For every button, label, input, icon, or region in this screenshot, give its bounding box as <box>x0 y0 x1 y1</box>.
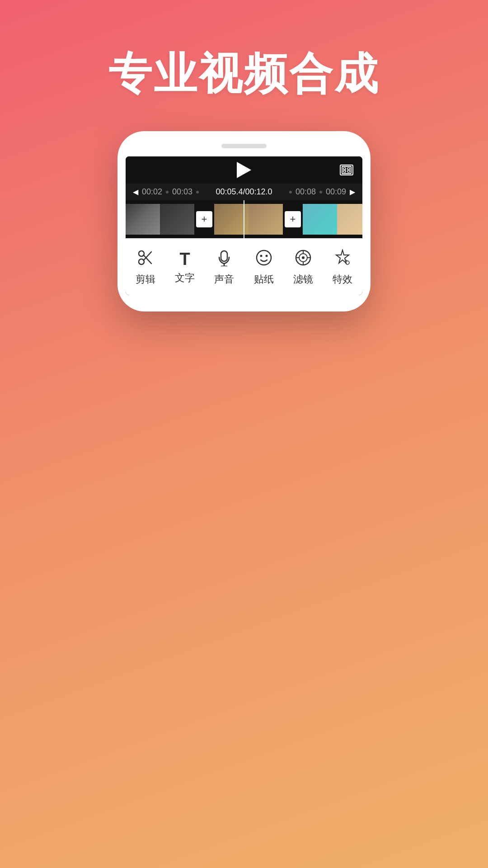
timeline-marker-3: 00:08 <box>296 187 316 197</box>
filter-icon <box>295 249 312 269</box>
svg-rect-14 <box>347 168 350 170</box>
timeline-prev-icon: ◀ <box>133 188 138 196</box>
clip-thumb-2[interactable] <box>160 204 194 235</box>
timeline-bar: ◀ 00:02 00:03 00:05.4/00:12.0 00:08 00:0… <box>126 184 362 200</box>
text-label: 文字 <box>175 271 195 285</box>
clip-thumb-3[interactable] <box>214 204 249 235</box>
tool-filter[interactable]: 滤镜 <box>284 249 322 286</box>
cut-label: 剪辑 <box>136 273 155 286</box>
tool-text[interactable]: T 文字 <box>166 250 204 285</box>
tool-sticker[interactable]: 贴纸 <box>245 249 283 286</box>
phone-speaker <box>221 144 267 148</box>
timeline-dot-2 <box>196 191 199 193</box>
svg-rect-13 <box>343 168 346 170</box>
phone-screen: ◀ 00:02 00:03 00:05.4/00:12.0 00:08 00:0… <box>126 156 362 295</box>
tool-audio[interactable]: 声音 <box>205 249 243 286</box>
timeline-dot-3 <box>289 191 292 193</box>
filter-label: 滤镜 <box>293 273 313 286</box>
clip-thumb-6[interactable] <box>337 204 362 235</box>
audio-icon <box>216 249 232 269</box>
add-clip-button-2[interactable]: + <box>285 211 301 227</box>
page-title: 专业视频合成 <box>0 45 488 104</box>
timeline-dot-1 <box>166 191 169 193</box>
tool-effect[interactable]: 特效 <box>324 249 361 286</box>
title-area: 专业视频合成 <box>0 0 488 131</box>
effect-label: 特效 <box>333 273 352 286</box>
svg-point-27 <box>265 255 267 257</box>
clip-group-2 <box>214 204 283 235</box>
cut-icon <box>137 249 154 269</box>
svg-rect-16 <box>347 170 350 172</box>
timeline-dot-4 <box>319 191 322 193</box>
timeline-marker-4: 00:09 <box>326 187 346 197</box>
timeline-marker-1: 00:02 <box>142 187 162 197</box>
bottom-toolbar: 剪辑 T 文字 <box>126 238 362 295</box>
tool-cut[interactable]: 剪辑 <box>127 249 164 286</box>
svg-point-26 <box>260 255 262 257</box>
page-container: 专业视频合成 <box>0 0 488 311</box>
clip-thumb-4[interactable] <box>249 204 283 235</box>
timeline-next-icon: ▶ <box>350 188 355 196</box>
clip-thumb-5[interactable] <box>303 204 337 235</box>
add-clip-button-1[interactable]: + <box>196 211 212 227</box>
text-icon: T <box>179 250 190 268</box>
timeline-marker-2: 00:03 <box>172 187 192 197</box>
clip-thumb-1[interactable] <box>126 204 160 235</box>
video-controls <box>126 156 362 184</box>
sticker-label: 贴纸 <box>254 273 274 286</box>
timeline-current-time: 00:05.4/00:12.0 <box>202 187 286 197</box>
phone-wrapper: ◀ 00:02 00:03 00:05.4/00:12.0 00:08 00:0… <box>0 131 488 311</box>
svg-rect-15 <box>343 170 346 172</box>
svg-point-30 <box>302 256 305 259</box>
phone-frame: ◀ 00:02 00:03 00:05.4/00:12.0 00:08 00:0… <box>117 131 371 311</box>
svg-point-25 <box>257 250 271 265</box>
play-button[interactable] <box>237 162 251 178</box>
clip-group-3 <box>303 204 362 235</box>
clip-group-1 <box>126 204 194 235</box>
clip-strip: + + + <box>126 200 362 238</box>
effect-icon <box>334 249 351 269</box>
fullscreen-button[interactable] <box>340 165 353 175</box>
audio-label: 声音 <box>214 273 234 286</box>
sticker-icon <box>255 249 272 269</box>
